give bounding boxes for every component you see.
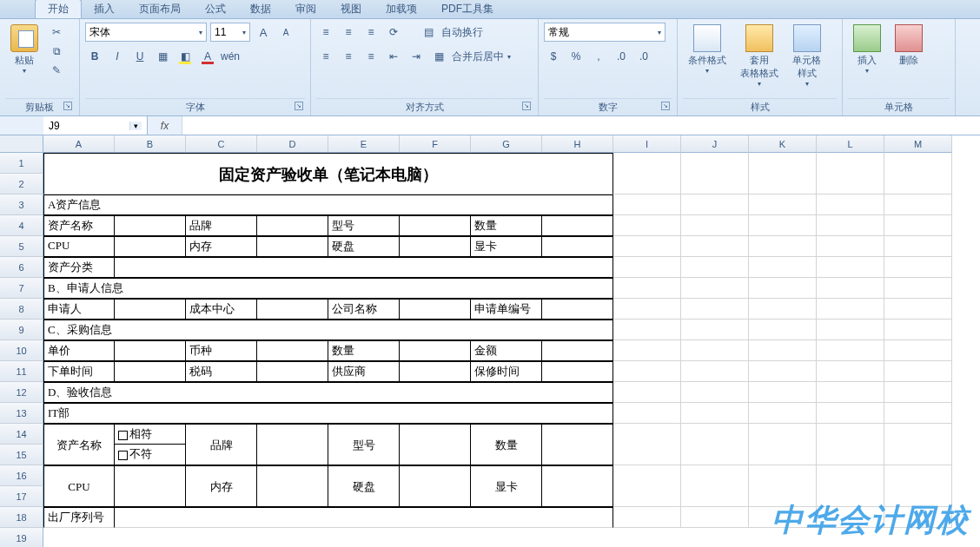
cut-button[interactable]: ✂: [47, 23, 66, 42]
cell[interactable]: [681, 215, 749, 236]
underline-button[interactable]: U: [130, 47, 149, 66]
row-header-11[interactable]: 11: [0, 361, 43, 382]
cell[interactable]: [884, 257, 952, 278]
cell[interactable]: [613, 236, 681, 257]
cell[interactable]: [400, 361, 471, 382]
cell[interactable]: 相符: [115, 424, 186, 445]
cell[interactable]: 税码: [186, 361, 257, 382]
col-header-H[interactable]: H: [542, 135, 613, 153]
col-header-C[interactable]: C: [186, 135, 257, 153]
decrease-indent-button[interactable]: ⇤: [384, 47, 403, 66]
tab-PDF工具集[interactable]: PDF工具集: [429, 0, 506, 18]
font-color-button[interactable]: A: [198, 47, 217, 66]
cell[interactable]: [884, 299, 952, 320]
cell[interactable]: [681, 507, 749, 528]
cell[interactable]: [542, 340, 613, 361]
cell[interactable]: [613, 257, 681, 278]
cell[interactable]: [400, 236, 471, 257]
cell[interactable]: [115, 361, 186, 382]
cell[interactable]: [749, 236, 817, 257]
col-header-E[interactable]: E: [328, 135, 400, 153]
cell[interactable]: [749, 424, 817, 465]
tab-数据[interactable]: 数据: [238, 0, 283, 18]
cell[interactable]: [884, 424, 952, 465]
wrap-text-button[interactable]: ▤: [419, 23, 438, 42]
cell[interactable]: [884, 194, 952, 215]
cell[interactable]: CPU: [43, 465, 115, 507]
cells-area[interactable]: 固定资产验收单（笔记本电脑）A资产信息资产名称品牌型号数量CPU内存硬盘显卡资产…: [43, 153, 952, 528]
cell[interactable]: [613, 361, 681, 382]
cell[interactable]: [613, 424, 681, 465]
tab-审阅[interactable]: 审阅: [283, 0, 328, 18]
cell[interactable]: [681, 278, 749, 299]
cell[interactable]: [115, 299, 186, 320]
cell[interactable]: [257, 299, 328, 320]
cell[interactable]: [681, 382, 749, 403]
tab-开始[interactable]: 开始: [35, 0, 82, 18]
cell[interactable]: 下单时间: [43, 361, 115, 382]
cell[interactable]: [817, 299, 884, 320]
cell[interactable]: [749, 361, 817, 382]
comma-button[interactable]: ,: [589, 47, 608, 66]
row-header-8[interactable]: 8: [0, 299, 43, 320]
orientation-button[interactable]: ⟳: [384, 23, 403, 42]
cell[interactable]: 申请单编号: [471, 299, 542, 320]
cell[interactable]: [542, 424, 613, 465]
cell[interactable]: [613, 299, 681, 320]
cell[interactable]: [681, 403, 749, 424]
cell[interactable]: [400, 340, 471, 361]
cell[interactable]: [681, 236, 749, 257]
merge-button[interactable]: ▦: [429, 47, 448, 66]
cell[interactable]: [613, 382, 681, 403]
tab-视图[interactable]: 视图: [328, 0, 374, 18]
cell[interactable]: [681, 320, 749, 340]
cell[interactable]: [884, 278, 952, 299]
select-all-corner[interactable]: [0, 135, 43, 153]
decrease-decimal-button[interactable]: .0: [634, 47, 653, 66]
format-table-button[interactable]: 套用 表格格式▾: [735, 23, 784, 89]
paste-button[interactable]: 粘贴 ▾: [5, 23, 43, 76]
cell[interactable]: [613, 403, 681, 424]
cell[interactable]: 公司名称: [328, 299, 400, 320]
cell[interactable]: 型号: [328, 215, 400, 236]
row-header-15[interactable]: 15: [0, 445, 43, 465]
cell[interactable]: [749, 278, 817, 299]
cell[interactable]: 显卡: [471, 465, 542, 507]
cell[interactable]: [613, 340, 681, 361]
fx-icon[interactable]: fx: [148, 116, 182, 135]
cell[interactable]: [884, 236, 952, 257]
tab-页面布局[interactable]: 页面布局: [127, 0, 193, 18]
cell[interactable]: 申请人: [43, 299, 115, 320]
cell[interactable]: [817, 340, 884, 361]
cell[interactable]: [542, 465, 613, 507]
cell[interactable]: [749, 299, 817, 320]
cell[interactable]: 数量: [328, 340, 400, 361]
increase-font-button[interactable]: A: [254, 23, 273, 42]
cell[interactable]: [681, 153, 749, 194]
cell[interactable]: 出厂序列号: [43, 507, 115, 528]
dialog-launcher-icon[interactable]: ↘: [295, 102, 303, 110]
cell[interactable]: 硬盘: [328, 236, 400, 257]
align-right-button[interactable]: ≡: [361, 47, 381, 66]
copy-button[interactable]: ⧉: [47, 42, 66, 61]
cell[interactable]: 内存: [186, 465, 257, 507]
cell[interactable]: [613, 465, 681, 507]
cell[interactable]: [817, 403, 884, 424]
tab-公式[interactable]: 公式: [193, 0, 238, 18]
cell[interactable]: [257, 215, 328, 236]
align-center-button[interactable]: ≡: [339, 47, 358, 66]
row-header-6[interactable]: 6: [0, 257, 43, 278]
col-header-K[interactable]: K: [749, 135, 817, 153]
row-header-16[interactable]: 16: [0, 465, 43, 486]
cell[interactable]: [749, 153, 817, 194]
cell[interactable]: [884, 340, 952, 361]
row-header-2[interactable]: 2: [0, 174, 43, 194]
row-header-1[interactable]: 1: [0, 153, 43, 174]
cell[interactable]: [613, 278, 681, 299]
row-header-9[interactable]: 9: [0, 320, 43, 340]
row-header-17[interactable]: 17: [0, 486, 43, 507]
italic-button[interactable]: I: [108, 47, 127, 66]
cell[interactable]: 金额: [471, 340, 542, 361]
cell[interactable]: [400, 299, 471, 320]
align-middle-button[interactable]: ≡: [339, 23, 358, 42]
